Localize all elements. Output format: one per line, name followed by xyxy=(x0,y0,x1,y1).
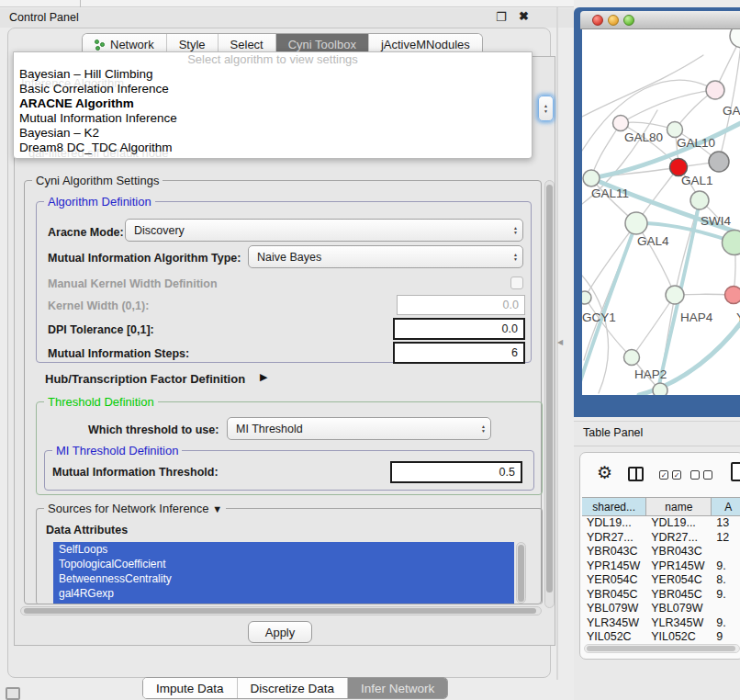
close-panel-icon[interactable]: ✖ xyxy=(519,10,529,23)
mi-steps-label: Mutual Information Steps: xyxy=(48,347,189,360)
minimized-panel-icon[interactable] xyxy=(6,687,20,700)
table-horizontal-scrollbar[interactable] xyxy=(584,644,740,653)
algorithm-option[interactable]: Dream8 DC_TDC Algorithm xyxy=(14,141,532,155)
manual-kernel-checkbox[interactable] xyxy=(510,277,523,289)
algorithm-combo-stepper[interactable]: ▲ ▼ xyxy=(538,96,554,121)
table-row[interactable]: YBR045CYBR045C9. xyxy=(582,588,740,603)
gear-icon[interactable]: ⚙ xyxy=(597,464,612,482)
deselect-all-checks-icon[interactable] xyxy=(690,470,712,480)
node-swi4[interactable] xyxy=(690,191,709,209)
data-attribute-item[interactable]: BetweennessCentrality xyxy=(53,571,514,586)
node-gal11[interactable] xyxy=(583,170,600,186)
column-header-A[interactable]: A xyxy=(712,498,740,515)
table-cell: YDR27... xyxy=(646,531,712,546)
algorithm-option[interactable]: Mutual Information Inference xyxy=(14,111,532,126)
hub-definition-label[interactable]: Hub/Transcription Factor Definition xyxy=(45,372,245,386)
node-gal80[interactable] xyxy=(613,116,629,131)
checked-box-icon: ✓ xyxy=(659,470,668,480)
table-row[interactable]: YBL079WYBL079W xyxy=(582,602,740,616)
node-gal7[interactable] xyxy=(730,29,740,48)
algorithm-option[interactable]: Basic Correlation Inference xyxy=(14,82,532,96)
algorithm-dropdown-popup: Select algorithm to view settings Infere… xyxy=(13,51,533,159)
algorithm-option[interactable]: Bayesian – K2 xyxy=(14,126,532,141)
table-cell: YDL19... xyxy=(646,516,712,531)
node-gal4[interactable] xyxy=(625,212,647,234)
network-edge-thick[interactable] xyxy=(582,223,636,393)
network-window: GALGAL80GAL10GAL1GAL11SWI4GAL4GCY1HAP4YH… xyxy=(574,7,740,417)
aracne-mode-combo[interactable]: Discovery ▲▼ xyxy=(125,219,523,242)
bottom-tab-infer-network[interactable]: Infer Network xyxy=(348,678,447,698)
table-row[interactable]: YLR345WYLR345W9. xyxy=(582,616,740,631)
table-row[interactable]: YPR145WYPR145W9. xyxy=(582,559,740,574)
settings-horizontal-scrollbar[interactable] xyxy=(20,606,542,615)
node-hap4[interactable] xyxy=(666,286,684,304)
data-attribute-item[interactable]: gal4RGexp xyxy=(53,586,514,601)
data-attributes-list[interactable]: SelfLoopsTopologicalCoefficientBetweenne… xyxy=(53,542,514,604)
table-cell: YBR045C xyxy=(646,588,712,603)
dpi-tolerance-field[interactable]: 0.0 xyxy=(393,318,525,340)
network-icon xyxy=(95,40,106,51)
table-cell: 9. xyxy=(712,616,740,631)
mi-threshold-field[interactable]: 0.5 xyxy=(390,461,522,483)
kernel-width-field[interactable]: 0.0 xyxy=(397,295,525,315)
algorithm-option[interactable]: Bayesian – Hill Climbing xyxy=(14,67,532,82)
column-header-name[interactable]: name xyxy=(646,498,712,515)
zoom-traffic-light[interactable] xyxy=(623,15,634,26)
mi-type-label: Mutual Information Algorithm Type: xyxy=(48,252,241,265)
control-panel-titlebar: Control Panel ❐ ✖ xyxy=(0,8,574,28)
data-attribute-item[interactable]: SelfLoops xyxy=(53,542,514,557)
dpi-tolerance-label: DPI Tolerance [0,1]: xyxy=(48,323,154,336)
divider-collapse-icon[interactable]: ◀ xyxy=(557,338,563,346)
threshold-definition-group: Threshold Definition Which threshold to … xyxy=(36,401,543,495)
node-hap2[interactable] xyxy=(624,350,640,366)
mi-steps-field[interactable]: 6 xyxy=(393,342,525,364)
combo-down-icon: ▼ xyxy=(513,257,518,262)
table-cell: YDL19... xyxy=(582,516,646,531)
table-cell: 9 xyxy=(712,630,740,645)
which-threshold-label: Which threshold to use: xyxy=(88,423,219,436)
node-gal10[interactable] xyxy=(667,122,683,138)
collapse-right-icon[interactable]: ▶ xyxy=(260,371,267,383)
unchecked-box-icon xyxy=(703,470,712,480)
node-label-hap2: HAP2 xyxy=(634,367,667,381)
table-cell: YIL052C xyxy=(646,630,712,645)
node-salmon[interactable] xyxy=(725,287,740,304)
network-edge[interactable] xyxy=(719,36,740,162)
minimize-traffic-light[interactable] xyxy=(608,15,619,26)
column-header-shared[interactable]: shared... xyxy=(582,498,646,515)
settings-vertical-scrollbar[interactable] xyxy=(544,180,555,608)
node-gcy1[interactable] xyxy=(582,291,591,304)
table-row[interactable]: YER054CYER054C8. xyxy=(582,573,740,588)
manual-kernel-label: Manual Kernel Width Definition xyxy=(48,277,218,290)
data-attribute-item[interactable]: TopologicalCoefficient xyxy=(53,557,514,571)
bottom-tab-discretize-data[interactable]: Discretize Data xyxy=(238,678,349,698)
mi-threshold-group: MI Threshold Definition Mutual Informati… xyxy=(44,450,534,491)
algorithm-placeholder: Select algorithm to view settings xyxy=(14,52,532,67)
expand-down-icon[interactable]: ▼ xyxy=(212,503,222,514)
network-canvas[interactable]: GALGAL80GAL10GAL1GAL11SWI4GAL4GCY1HAP4YH… xyxy=(582,29,740,395)
tab-label: Select xyxy=(230,38,263,51)
export-table-icon[interactable] xyxy=(731,462,740,481)
mi-type-combo[interactable]: Naive Bayes ▲▼ xyxy=(248,245,523,268)
node-bottom[interactable] xyxy=(653,383,667,395)
network-window-titlebar[interactable] xyxy=(580,11,740,29)
node-green-large[interactable] xyxy=(723,231,740,255)
select-all-checks-icon[interactable]: ✓ ✓ xyxy=(659,470,681,480)
table-row[interactable]: YDL19...YDL19...13 xyxy=(582,516,740,531)
bottom-tab-impute-data[interactable]: Impute Data xyxy=(143,678,238,698)
algorithm-option[interactable]: ARACNE Algorithm xyxy=(14,96,532,111)
table-row[interactable]: YIL052CYIL052C9 xyxy=(582,630,740,645)
columns-icon[interactable] xyxy=(628,467,644,481)
table-row[interactable]: YDR27...YDR27...12 xyxy=(582,531,740,546)
which-threshold-combo[interactable]: MI Threshold ▲▼ xyxy=(227,417,491,440)
network-edge[interactable] xyxy=(585,223,636,298)
network-edge[interactable] xyxy=(582,55,703,117)
apply-button[interactable]: Apply xyxy=(248,621,312,643)
node-label-y: Y xyxy=(736,310,740,324)
float-panel-icon[interactable]: ❐ xyxy=(496,11,507,24)
attributes-scrollbar[interactable] xyxy=(516,542,526,604)
close-traffic-light[interactable] xyxy=(592,15,603,26)
table-row[interactable]: YBR043CYBR043C xyxy=(582,545,740,559)
node-gray[interactable] xyxy=(709,152,729,172)
node-pink-top[interactable] xyxy=(706,81,724,99)
